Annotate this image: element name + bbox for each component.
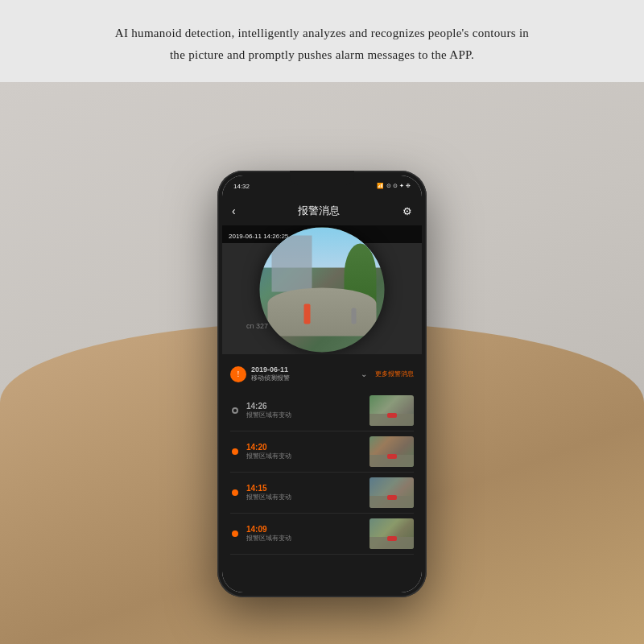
chevron-down-icon: ⌄ bbox=[361, 369, 367, 378]
phone-screen: 14:32 📶 ⊙ ⊙ ✦ ❉ ‹ 报警消息 ⚙ 2019-06-11 14:2… bbox=[222, 175, 422, 592]
alert-item-1-time: 14:26 bbox=[246, 402, 363, 411]
alert-thumb-2[interactable] bbox=[369, 436, 414, 467]
alert-list: 14:26 报警区域有变动 bbox=[222, 387, 422, 558]
header-line1: AI humanoid detection, intelligently ana… bbox=[115, 27, 529, 39]
fisheye-building bbox=[272, 236, 312, 292]
alert-item-2-desc: 报警区域有变动 bbox=[246, 452, 363, 460]
phone: 14:32 📶 ⊙ ⊙ ✦ ❉ ‹ 报警消息 ⚙ 2019-06-11 14:2… bbox=[217, 171, 427, 597]
timeline-dot-1 bbox=[230, 407, 240, 414]
alert-icon-symbol: ! bbox=[237, 369, 239, 378]
header-section: AI humanoid detection, intelligently ana… bbox=[83, 0, 561, 82]
header-line2: the picture and promptly pushes alarm me… bbox=[170, 48, 474, 61]
fisheye-lens[interactable] bbox=[260, 228, 385, 353]
timeline-dot-2 bbox=[230, 448, 240, 455]
alert-item-4-desc: 报警区域有变动 bbox=[246, 534, 363, 543]
back-button[interactable]: ‹ bbox=[232, 204, 236, 217]
app-header: ‹ 报警消息 ⚙ bbox=[222, 196, 422, 225]
fisheye-person1 bbox=[304, 304, 311, 324]
alert-item[interactable]: 14:20 报警区域有变动 bbox=[230, 431, 414, 473]
alert-date-text: 2019-06-11 bbox=[251, 365, 356, 374]
camera-feed: 2019-06-11 14:26:25 cn 327 bbox=[222, 225, 422, 354]
timeline-dot-3 bbox=[230, 489, 240, 496]
alert-date-row: ! 2019-06-11 移动侦测报警 ⌄ 更多报警消息 bbox=[222, 361, 422, 387]
alert-item-4-info: 14:09 报警区域有变动 bbox=[246, 525, 363, 543]
alert-item[interactable]: 14:26 报警区域有变动 bbox=[230, 390, 414, 431]
alert-item[interactable]: 14:15 报警区域有变动 bbox=[230, 473, 414, 514]
alert-item-3-time: 14:15 bbox=[246, 484, 363, 493]
alert-item-1-desc: 报警区域有变动 bbox=[246, 411, 363, 419]
alert-item-1-info: 14:26 报警区域有变动 bbox=[246, 402, 363, 419]
phone-wrapper: 14:32 📶 ⊙ ⊙ ✦ ❉ ‹ 报警消息 ⚙ 2019-06-11 14:2… bbox=[217, 163, 427, 597]
alert-item-4-time: 14:09 bbox=[246, 525, 363, 534]
signal-icon: 📶 bbox=[377, 183, 384, 189]
fisheye-person2 bbox=[352, 308, 357, 324]
alert-date-info: 2019-06-11 移动侦测报警 bbox=[251, 365, 356, 382]
alert-thumb-4[interactable] bbox=[369, 518, 414, 549]
alert-content: ! 2019-06-11 移动侦测报警 ⌄ 更多报警消息 bbox=[222, 354, 422, 592]
alert-item[interactable]: 14:09 报警区域有变动 bbox=[230, 514, 414, 555]
alert-thumb-3[interactable] bbox=[369, 477, 414, 508]
alert-item-3-info: 14:15 报警区域有变动 bbox=[246, 484, 363, 502]
alert-item-3-desc: 报警区域有变动 bbox=[246, 493, 363, 502]
more-alerts-button[interactable]: 更多报警消息 bbox=[375, 369, 414, 378]
alert-type-text: 移动侦测报警 bbox=[251, 374, 356, 382]
battery-icons: ⊙ ⊙ ✦ ❉ bbox=[386, 183, 411, 189]
scene-container: 14:32 📶 ⊙ ⊙ ✦ ❉ ‹ 报警消息 ⚙ 2019-06-11 14:2… bbox=[0, 82, 644, 644]
alert-item-2-time: 14:20 bbox=[246, 443, 363, 452]
app-title: 报警消息 bbox=[298, 204, 340, 218]
alert-item-2-info: 14:20 报警区域有变动 bbox=[246, 443, 363, 460]
status-time: 14:32 bbox=[233, 183, 250, 190]
phone-notch bbox=[290, 171, 354, 185]
status-icons: 📶 ⊙ ⊙ ✦ ❉ bbox=[377, 183, 411, 189]
settings-button[interactable]: ⚙ bbox=[402, 205, 412, 217]
watermark: cn 327 bbox=[246, 322, 268, 330]
timeline-dot-4 bbox=[230, 530, 240, 537]
alert-date-icon: ! bbox=[230, 366, 246, 382]
fisheye-road bbox=[268, 288, 377, 336]
alert-thumb-1[interactable] bbox=[369, 395, 414, 426]
